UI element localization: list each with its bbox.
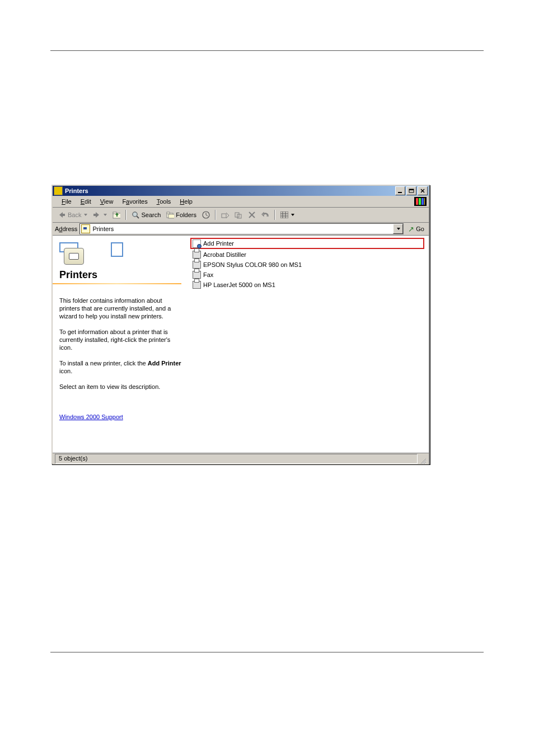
menu-view[interactable]: View [96,197,118,206]
window-icon [54,186,63,195]
info-panel: Printers This folder contains informatio… [53,236,188,453]
copyto-icon [235,211,242,219]
window-title: Printers [65,187,395,194]
delete-icon [248,211,256,219]
list-item-label: HP LaserJet 5000 on MS1 [203,281,275,288]
list-item[interactable]: EPSON Stylus COLOR 980 on MS1 [193,260,424,270]
panel-paragraph-3: To install a new printer, click the Add … [59,359,181,375]
resize-grip[interactable] [418,456,427,464]
panel-paragraph-4: Select an item to view its description. [59,383,181,391]
menu-tools[interactable]: Tools [152,197,176,206]
delete-button[interactable] [246,210,258,220]
toolbar: Back Search Folders [53,208,429,223]
folder-banner-graphic [59,240,181,268]
svg-line-17 [206,215,208,216]
folders-label: Folders [176,212,196,218]
printers-window: Printers File Edit View Favorites Tools … [51,185,430,464]
statusbar: 5 object(s) [53,453,429,464]
list-item[interactable]: Fax [193,270,424,280]
svg-line-10 [137,216,139,218]
menu-favorites[interactable]: Favorites [118,197,152,206]
menu-edit[interactable]: Edit [76,197,96,206]
list-item-add-printer[interactable]: Add Printer [190,238,424,249]
back-icon [58,211,66,219]
titlebar: Printers [53,186,429,196]
search-label: Search [141,212,161,218]
page-header-rule [50,50,484,51]
page-footer-rule [50,652,484,652]
menu-file[interactable]: File [57,197,76,206]
address-field[interactable]: Printers [79,223,404,234]
support-link[interactable]: Windows 2000 Support [59,414,123,420]
menu-edit-rest: dit [85,198,91,205]
list-item-label: Acrobat Distiller [203,251,246,258]
panel-paragraph-2: To get information about a printer that … [59,328,181,351]
list-item[interactable]: Acrobat Distiller [193,250,424,260]
list-item-label: EPSON Stylus COLOR 980 on MS1 [203,261,302,268]
history-icon [202,211,210,219]
list-item-label: Fax [203,271,213,278]
content-area: Printers This folder contains informatio… [53,236,429,453]
svg-rect-23 [280,212,288,218]
printer-icon [193,281,201,289]
svg-rect-18 [222,214,226,218]
svg-rect-14 [168,214,174,218]
search-button[interactable]: Search [129,210,163,220]
undo-button[interactable] [259,210,271,220]
svg-rect-5 [62,214,65,216]
panel-heading: Printers [59,269,181,281]
menu-help-rest: elp [184,198,193,205]
chevron-down-icon [397,228,400,230]
panel-divider [53,283,181,284]
menu-fav-rest: vorites [129,198,147,205]
menubar: File Edit View Favorites Tools Help [53,196,429,208]
panel-paragraph-1: This folder contains information about p… [59,297,181,320]
panel-p3-c: icon. [59,368,72,374]
forward-icon [93,211,101,219]
panel-p3-a: To install a new printer, click the [59,360,148,367]
forward-dropdown-icon [104,214,107,216]
toolbar-separator-3 [274,210,275,220]
minimize-button[interactable] [395,186,405,195]
folders-button[interactable]: Folders [164,210,199,220]
menu-view-rest: iew [104,198,114,205]
close-button[interactable] [418,186,428,195]
svg-point-11 [133,212,137,217]
copyto-button[interactable] [232,210,245,220]
panel-p3-bold: Add Printer [148,360,181,367]
list-item-label: Add Printer [203,240,234,247]
menu-help[interactable]: Help [175,197,197,206]
views-icon [280,211,288,219]
history-button[interactable] [200,210,212,220]
window-buttons [395,186,428,195]
list-item[interactable]: HP LaserJet 5000 on MS1 [193,280,424,290]
add-printer-icon [193,240,201,248]
forward-button[interactable] [91,210,109,220]
up-button[interactable] [110,210,123,220]
toolbar-separator-1 [125,210,127,220]
go-button[interactable]: ↗ Go [406,225,427,233]
svg-rect-0 [398,192,402,193]
printer-icon [193,271,201,279]
back-button[interactable]: Back [56,210,90,220]
moveto-button[interactable] [219,210,231,220]
addressbar: Address Printers ↗ Go [53,223,429,236]
search-icon [132,211,139,219]
printer-icon [193,251,201,259]
address-label: Address [55,226,77,232]
status-text: 5 object(s) [55,454,418,464]
panel-link-row: Windows 2000 Support [59,413,181,421]
address-dropdown-button[interactable] [393,224,403,234]
views-button[interactable] [278,210,297,220]
toolbar-separator-2 [215,210,216,220]
maximize-button[interactable] [406,186,416,195]
address-value: Printers [92,226,114,232]
address-icon [81,224,90,233]
svg-rect-2 [409,189,414,190]
printer-icon [193,261,201,269]
up-folder-icon [113,211,120,219]
svg-rect-13 [167,212,170,214]
svg-rect-6 [93,214,96,216]
svg-rect-8 [113,212,116,214]
back-dropdown-icon [84,214,87,216]
